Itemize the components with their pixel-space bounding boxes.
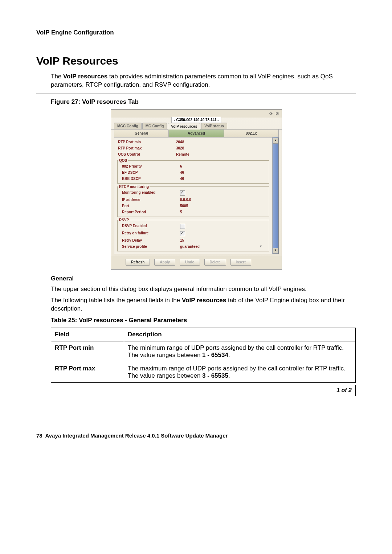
rsvp-group: RSVP RSVP Enabled Retry on failure Retry…	[117, 218, 269, 251]
row-rsvp-enabled: RSVP Enabled	[118, 223, 268, 230]
row-qos-control: QOS Control Remote	[114, 151, 272, 157]
legend: RSVP	[118, 218, 130, 222]
row-ip-address: IP address 0.0.0.0	[118, 197, 268, 203]
close-icon[interactable]: ⊠	[274, 111, 279, 116]
checkbox-rsvp-enabled[interactable]	[180, 224, 185, 229]
scroll-up-icon[interactable]: ▲	[273, 138, 278, 144]
tab-mg-config[interactable]: MG Config	[142, 123, 167, 129]
value: 0.0.0.0	[180, 198, 191, 202]
label: RTP Port max	[118, 146, 176, 150]
text: The following table lists the general fi…	[51, 297, 182, 304]
qos-group: QOS 802 Priority 6 EF DSCP 46 BBE DSCP 4…	[117, 159, 269, 184]
text: The	[51, 73, 63, 80]
value: 46	[180, 177, 184, 181]
label: IP address	[122, 198, 180, 202]
text-bold: VoIP resources	[63, 73, 107, 80]
label: Retry Delay	[122, 238, 180, 242]
subtabs: General Advanced 802.1x	[111, 129, 282, 138]
label: Port	[122, 204, 180, 208]
text: .	[228, 352, 230, 358]
row-monitoring-enabled: Monitoring enabled	[118, 189, 268, 197]
table-row: Field Description	[51, 328, 356, 341]
subtab-8021x[interactable]: 802.1x	[224, 130, 279, 138]
scroll-down-icon[interactable]: ▼	[273, 248, 278, 254]
td-desc: The maximum range of UDP ports assigned …	[124, 362, 356, 382]
text-bold: 1 - 65534	[202, 352, 228, 358]
chevron-down-icon: ▼	[259, 245, 262, 248]
tabs: MGC Config MG Config VoIP resources VoIP…	[111, 123, 282, 129]
subtab-general[interactable]: General	[114, 130, 169, 138]
scrollbar[interactable]: ▲ ▼	[273, 138, 279, 254]
general-p1: The upper section of this dialog box dis…	[51, 285, 356, 294]
button-bar: Refresh Apply Undo Delete Insert	[111, 256, 282, 269]
th-field: Field	[51, 328, 124, 341]
rtcp-group: RTCP monitoring Monitoring enabled IP ad…	[117, 185, 269, 217]
label: EF DSCP	[122, 171, 180, 175]
label: Service profile	[122, 245, 180, 249]
label: RSVP Enabled	[122, 224, 180, 229]
row-service-profile[interactable]: Service profile guaranteed ▼	[118, 243, 268, 250]
footer-text: Avaya Integrated Management Release 4.0.…	[45, 432, 228, 439]
td-desc: The minimum range of UDP ports assigned …	[124, 341, 356, 362]
row-retry-delay: Retry Delay 15	[118, 237, 268, 243]
value: 46	[180, 171, 184, 175]
legend: RTCP monitoring	[118, 185, 150, 189]
figure-caption: Figure 27: VoIP resources Tab	[51, 98, 356, 106]
label: 802 Priority	[122, 164, 180, 168]
value: 2048	[176, 140, 184, 144]
insert-button[interactable]: Insert	[230, 259, 251, 266]
row-802-priority: 802 Priority 6	[118, 163, 268, 169]
label: BBE DSCP	[122, 177, 180, 181]
row-retry-on-failure: Retry on failure	[118, 230, 268, 237]
value: guaranteed	[180, 245, 200, 249]
subtab-advanced[interactable]: Advanced	[169, 130, 224, 138]
device-id: - G350-002 149.49.78.141 -	[171, 117, 221, 123]
value: 3028	[176, 146, 184, 150]
value: 6	[180, 164, 182, 168]
page-footer: 78 Avaya Integrated Management Release 4…	[36, 432, 356, 439]
th-description: Description	[124, 328, 356, 341]
table-pager: 1 of 2	[51, 385, 356, 396]
checkbox-retry-on-failure[interactable]	[180, 231, 185, 236]
tab-voip-status[interactable]: VoIP status	[201, 123, 227, 129]
value: 5	[180, 210, 182, 214]
general-p2: The following table lists the general fi…	[51, 296, 356, 313]
divider	[36, 51, 211, 51]
general-subhead: General	[51, 275, 356, 282]
apply-button[interactable]: Apply	[154, 259, 175, 266]
running-header: VoIP Engine Configuration	[36, 29, 356, 36]
row-ef-dscp: EF DSCP 46	[118, 169, 268, 176]
refresh-button[interactable]: Refresh	[126, 259, 150, 266]
divider	[36, 94, 356, 94]
refresh-icon[interactable]: ⟳	[268, 111, 273, 116]
value: 15	[180, 238, 184, 242]
section-title: VoIP Resources	[36, 55, 356, 67]
row-rtp-port-min: RTP Port min 2048	[114, 139, 272, 145]
row-rtp-port-max: RTP Port max 3028	[114, 145, 272, 151]
tab-voip-resources[interactable]: VoIP resources	[168, 123, 200, 130]
table-row: RTP Port max The maximum range of UDP po…	[51, 362, 356, 382]
label: Monitoring enabled	[122, 190, 180, 196]
voip-dialog: ⟳ ⊠ - G350-002 149.49.78.141 - MGC Confi…	[111, 109, 282, 270]
page-number: 78	[36, 432, 42, 439]
table-row: RTP Port min The minimum range of UDP po…	[51, 341, 356, 362]
table-caption: Table 25: VoIP resources - General Param…	[51, 317, 356, 324]
label: QOS Control	[118, 152, 176, 156]
label: Report Period	[122, 210, 180, 214]
delete-button[interactable]: Delete	[204, 259, 226, 266]
label: Retry on failure	[122, 231, 180, 236]
tab-mgc-config[interactable]: MGC Config	[114, 123, 142, 129]
label: RTP Port min	[118, 140, 176, 144]
intro-paragraph: The VoIP resources tab provides administ…	[51, 73, 356, 89]
legend: QOS	[118, 159, 128, 163]
text-bold: VoIP resources	[182, 297, 226, 304]
text: The minimum range of UDP ports assigned …	[128, 344, 344, 358]
content-pane: RTP Port min 2048 RTP Port max 3028 QOS …	[114, 138, 273, 254]
text-bold: 3 - 65535	[202, 372, 228, 379]
text: The maximum range of UDP ports assigned …	[128, 365, 346, 379]
checkbox-monitoring[interactable]	[180, 190, 185, 196]
td-field: RTP Port min	[51, 341, 124, 362]
td-field: RTP Port max	[51, 362, 124, 382]
undo-button[interactable]: Undo	[180, 259, 200, 266]
text: .	[228, 372, 230, 379]
